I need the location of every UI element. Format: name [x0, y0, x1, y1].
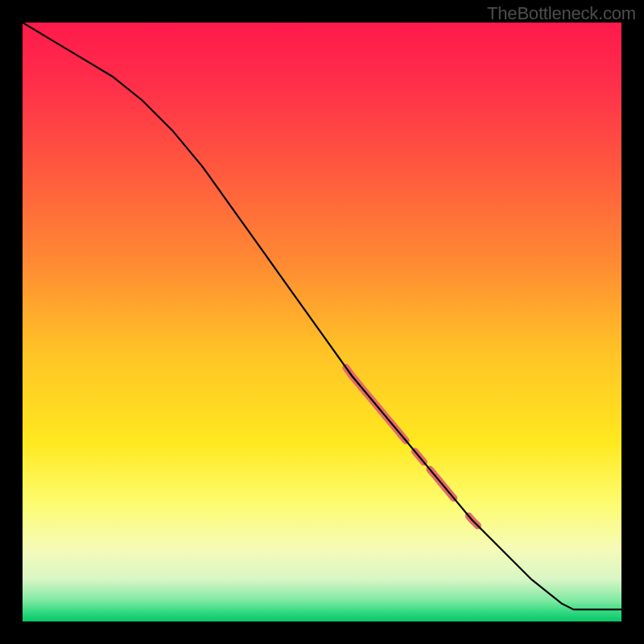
gradient-background [23, 23, 621, 621]
watermark-label: TheBottleneck.com [487, 3, 636, 24]
plot-svg [23, 23, 621, 621]
chart-stage: TheBottleneck.com [0, 0, 644, 644]
